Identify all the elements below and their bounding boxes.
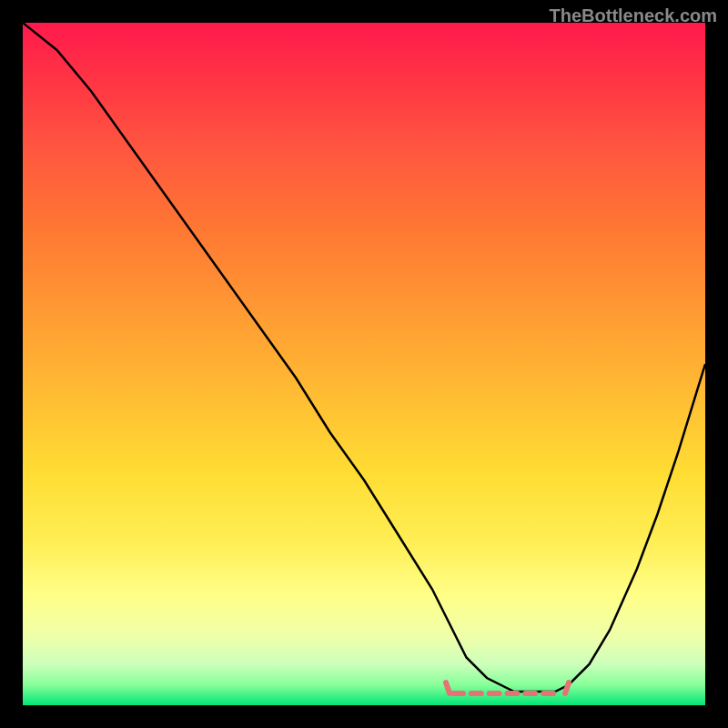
svg-line-1 [565, 682, 569, 693]
plot-area [23, 23, 705, 705]
chart-container: TheBottleneck.com [0, 0, 728, 728]
bottleneck-curve-path [23, 23, 705, 692]
curve-svg [23, 23, 705, 705]
svg-line-0 [446, 682, 450, 693]
watermark-text: TheBottleneck.com [550, 5, 717, 26]
